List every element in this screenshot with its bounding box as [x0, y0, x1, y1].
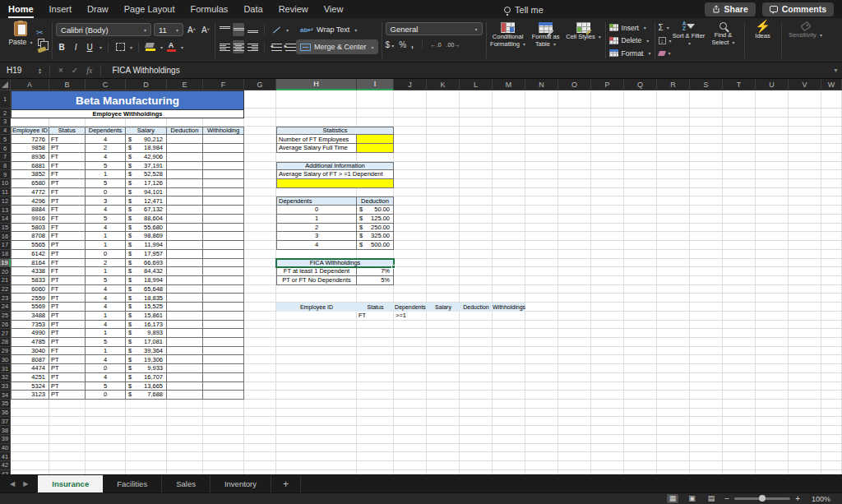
comma-button[interactable]: , [411, 40, 414, 49]
grid-cell[interactable] [203, 197, 244, 206]
grid-cell[interactable] [167, 170, 203, 179]
grid-cell[interactable]: 5569 [11, 303, 49, 312]
grid-cell[interactable] [167, 355, 203, 364]
grid-cell[interactable] [167, 241, 203, 250]
column-header-F[interactable]: F [203, 79, 244, 90]
grid-cell[interactable]: 4 [86, 321, 126, 330]
merge-center-button[interactable]: Merge & Center▾ [296, 39, 378, 54]
insert-function-icon[interactable]: fx [86, 66, 92, 75]
increase-decimal-button[interactable]: ←.0 [431, 42, 442, 48]
format-painter-button[interactable] [37, 46, 46, 53]
sheet-tab-sales[interactable]: Sales [162, 475, 210, 492]
zoom-in-button[interactable]: + [795, 494, 800, 503]
grid-cell[interactable]: 0 [86, 188, 126, 197]
grid-cell[interactable] [203, 338, 244, 347]
grid-cell[interactable]: 5 [86, 276, 126, 285]
formula-bar-expand-icon[interactable]: ▼ [833, 67, 839, 73]
deduction-amount-cell[interactable]: $325.00 [357, 232, 394, 241]
row-header-30[interactable]: 30 [0, 355, 11, 364]
column-header-D[interactable]: D [126, 79, 167, 90]
zoom-slider[interactable] [734, 497, 790, 500]
row-header-2[interactable]: 2 [0, 109, 11, 118]
orientation-button[interactable] [271, 23, 282, 36]
row-header-6[interactable]: 6 [0, 144, 11, 153]
grid-cell[interactable]: 6881 [11, 162, 49, 171]
number-format-select[interactable]: General▾ [386, 22, 483, 35]
grid-cell[interactable] [167, 250, 203, 259]
zoom-level[interactable]: 100% [807, 495, 830, 503]
grid-cell[interactable]: $37,191 [126, 162, 167, 171]
column-header-J[interactable]: J [394, 79, 427, 90]
paste-button[interactable]: Paste ▾ [5, 21, 36, 60]
grid-cell[interactable]: 1 [86, 170, 126, 179]
zoom-out-button[interactable]: − [724, 494, 729, 503]
grid-cell[interactable] [203, 329, 244, 338]
additional-info-header[interactable]: Additional Information [276, 162, 394, 171]
grid-cell[interactable]: PT [49, 382, 86, 391]
tell-me[interactable]: Tell me [504, 0, 544, 18]
grid-cell[interactable]: 4296 [11, 197, 49, 206]
sheet-title[interactable]: Beta Manufacturing [12, 91, 243, 109]
grid-cell[interactable]: 8884 [11, 206, 49, 215]
grid-cell[interactable] [167, 135, 203, 144]
deduction-amount-cell[interactable]: $250.00 [357, 224, 394, 233]
underline-button[interactable]: U [84, 40, 95, 53]
grid-cell[interactable]: 2 [86, 144, 126, 153]
grid-cell[interactable]: 7276 [11, 135, 49, 144]
grid-cell[interactable]: 4785 [11, 338, 49, 347]
deduction-amount-cell[interactable]: $500.00 [357, 241, 394, 250]
name-box-spinner[interactable]: ▲▼ [38, 67, 42, 74]
decrease-decimal-button[interactable]: .00→ [446, 42, 460, 48]
row-header-28[interactable]: 28 [0, 338, 11, 347]
grid-cell[interactable]: 8708 [11, 232, 49, 241]
grid-cell[interactable]: $16,173 [126, 321, 167, 330]
column-header-K[interactable]: K [427, 79, 460, 90]
grid-cell[interactable]: $98,869 [126, 232, 167, 241]
grid-cell[interactable] [167, 232, 203, 241]
grid-cell[interactable] [167, 276, 203, 285]
column-header-O[interactable]: O [558, 79, 591, 90]
criteria-dependents-cell[interactable]: >=1 [394, 312, 427, 321]
row-header-7[interactable]: 7 [0, 153, 11, 162]
format-cells-button[interactable]: Format▾ [609, 47, 651, 59]
grid-cell[interactable] [167, 215, 203, 224]
grid-cell[interactable]: PT [49, 321, 86, 330]
grid-cell[interactable]: FT [49, 206, 86, 215]
grid-cell[interactable] [203, 259, 244, 268]
grid-cell[interactable]: 4251 [11, 373, 49, 382]
grid-cell[interactable]: FT [49, 267, 86, 276]
grid-cell[interactable]: 1 [86, 267, 126, 276]
grid-cell[interactable] [167, 321, 203, 330]
grid-cell[interactable]: 5 [86, 162, 126, 171]
row-header-14[interactable]: 14 [0, 215, 11, 224]
grid-cell[interactable]: $94,101 [126, 188, 167, 197]
zoom-slider-thumb[interactable] [759, 495, 766, 502]
align-left-button[interactable] [219, 40, 230, 53]
menu-item-data[interactable]: Data [243, 0, 262, 18]
row-header-43[interactable]: 43 [0, 470, 11, 474]
tab-scroll-left-icon[interactable]: ◀ [10, 480, 15, 488]
grid-cell[interactable]: $17,126 [126, 179, 167, 188]
grid-cell[interactable]: PT [49, 179, 86, 188]
decrease-font-button[interactable]: A˅ [200, 23, 211, 36]
grid-cell[interactable] [167, 188, 203, 197]
row-header-5[interactable]: 5 [0, 135, 11, 144]
grid-cell[interactable]: 0 [86, 250, 126, 259]
fill-handle[interactable] [391, 265, 396, 269]
borders-button[interactable] [114, 40, 126, 53]
grid-cell[interactable] [167, 294, 203, 303]
row-header-17[interactable]: 17 [0, 241, 11, 250]
cancel-icon[interactable]: × [58, 66, 63, 75]
row-header-10[interactable]: 10 [0, 179, 11, 188]
align-middle-button[interactable] [233, 23, 244, 36]
grid-cell[interactable]: 3123 [11, 391, 49, 400]
grid-cell[interactable] [167, 179, 203, 188]
column-header-B[interactable]: B [49, 79, 86, 90]
grid-cell[interactable]: $18,994 [126, 276, 167, 285]
grid-cell[interactable]: 4990 [11, 329, 49, 338]
menu-item-formulas[interactable]: Formulas [191, 0, 229, 18]
grid-cell[interactable] [167, 267, 203, 276]
main-table-header[interactable]: Withholding [203, 127, 244, 136]
grid-cell[interactable]: $19,306 [126, 355, 167, 364]
fill-color-button[interactable] [145, 40, 156, 53]
